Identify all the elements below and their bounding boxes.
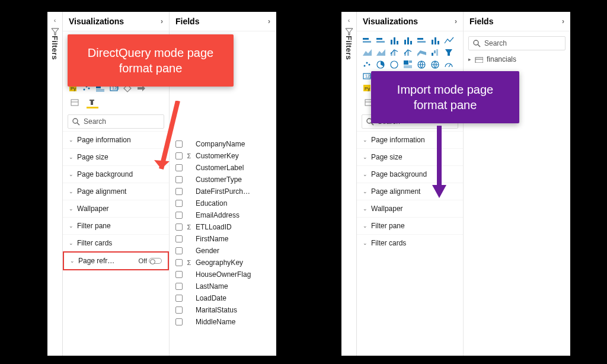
field-label: MaritalStatus <box>196 306 237 314</box>
ribbon-icon[interactable] <box>416 47 428 58</box>
fields-list: CompanyNameΣCustomerKeyCustomerLabelCust… <box>170 136 276 330</box>
search-placeholder: Search <box>484 39 507 47</box>
checkbox[interactable] <box>175 318 183 325</box>
field-label: Education <box>196 199 227 207</box>
visualizations-header[interactable]: Visualizations › <box>357 12 463 31</box>
filled-map-icon[interactable] <box>430 59 442 69</box>
field-row[interactable]: DateFirstPurch… <box>170 186 276 197</box>
area-icon[interactable] <box>362 47 373 58</box>
fields-header[interactable]: Fields › <box>170 12 276 31</box>
stacked-bar-icon[interactable] <box>362 35 373 46</box>
filters-rail[interactable]: ‹ Filters <box>341 12 357 356</box>
combo-icon[interactable] <box>389 47 401 58</box>
field-row[interactable]: EmailAddress <box>170 209 276 221</box>
field-row[interactable]: CompanyName <box>170 138 276 150</box>
format-section[interactable]: ⌄Filter pane <box>63 217 169 234</box>
treemap-icon[interactable] <box>402 59 414 69</box>
chevron-left-icon: ‹ <box>54 17 56 24</box>
chevron-down-icon: ⌄ <box>69 189 74 194</box>
checkbox[interactable] <box>175 259 183 266</box>
table-icon <box>475 56 483 63</box>
callout-arrow-icon <box>427 126 451 203</box>
format-section[interactable]: ⌄Filter cards <box>63 234 169 251</box>
checkbox[interactable] <box>175 223 183 231</box>
checkbox[interactable] <box>175 295 183 302</box>
checkbox[interactable] <box>175 283 183 290</box>
checkbox[interactable] <box>175 188 183 195</box>
page-refresh-toggle[interactable]: Off <box>139 257 162 264</box>
fields-title: Fields <box>469 17 493 26</box>
field-row[interactable]: MaritalStatus <box>170 304 276 316</box>
line-icon[interactable] <box>443 35 455 46</box>
fields-table-row[interactable]: ▸ financials <box>464 53 570 66</box>
100-bar-icon[interactable] <box>416 35 428 46</box>
fields-search[interactable]: Search <box>468 36 566 50</box>
format-section-label: Filter cards <box>77 239 112 247</box>
checkbox[interactable] <box>175 271 183 278</box>
search-placeholder: Search <box>84 117 106 126</box>
field-row[interactable]: MiddleName <box>170 316 276 328</box>
field-label: MiddleName <box>196 318 235 326</box>
table-name: financials <box>487 55 516 63</box>
chevron-down-icon: ⌄ <box>69 171 74 177</box>
format-section-label: Page information <box>77 136 131 144</box>
format-section-label: Page background <box>77 170 133 178</box>
checkbox[interactable] <box>175 306 183 314</box>
right-panel-group: ‹ Filters Visualizations › <box>341 12 570 356</box>
100-column-icon[interactable] <box>430 35 442 46</box>
combo2-icon[interactable] <box>402 47 414 58</box>
pane-tabs <box>63 94 169 110</box>
field-row[interactable]: CustomerLabel <box>170 162 276 174</box>
field-row[interactable]: FirstName <box>170 233 276 245</box>
format-section[interactable]: ⌄Page alignment <box>63 183 169 200</box>
field-label: LoadDate <box>196 294 226 302</box>
format-section[interactable]: ⌄Page size <box>63 148 169 165</box>
format-section[interactable]: ⌄Page background <box>63 165 169 183</box>
visualizations-header[interactable]: Visualizations › <box>63 12 169 31</box>
checkbox[interactable] <box>175 235 183 242</box>
field-row[interactable]: Education <box>170 197 276 209</box>
field-row[interactable]: ΣGeographyKey <box>170 257 276 269</box>
sigma-icon: Σ <box>186 223 192 231</box>
field-row[interactable]: Gender <box>170 245 276 257</box>
fields-header[interactable]: Fields › <box>464 12 570 31</box>
chevron-right-icon: › <box>161 17 163 25</box>
field-row[interactable]: CustomerType <box>170 174 276 186</box>
field-label: CustomerKey <box>196 152 239 160</box>
clustered-bar-icon[interactable] <box>375 35 387 46</box>
format-section-label: Filter cards <box>371 239 406 247</box>
field-row[interactable]: ΣETLLoadID <box>170 221 276 233</box>
format-section[interactable]: ⌄Filter pane <box>357 217 463 234</box>
field-row[interactable]: LastName <box>170 280 276 292</box>
chevron-down-icon: ⌄ <box>69 206 74 212</box>
format-section[interactable]: ⌄Page information <box>63 131 169 148</box>
stacked-area-icon[interactable] <box>375 47 387 58</box>
scatter-icon[interactable] <box>362 59 373 69</box>
gauge-icon[interactable] <box>443 59 455 69</box>
checkbox[interactable] <box>175 200 183 207</box>
checkbox[interactable] <box>175 247 183 254</box>
page-refresh-section[interactable]: ⌄ Page refr… Off <box>63 251 169 270</box>
filters-rail[interactable]: ‹ Filters <box>47 12 63 356</box>
field-label: EmailAddress <box>196 211 239 219</box>
funnel-icon[interactable] <box>443 47 455 58</box>
fields-tab[interactable] <box>69 97 81 108</box>
format-section-label: Filter pane <box>77 222 111 230</box>
field-row[interactable]: HouseOwnerFlag <box>170 269 276 280</box>
donut-icon[interactable] <box>389 59 401 69</box>
format-tab[interactable] <box>87 97 98 108</box>
pie-icon[interactable] <box>375 59 387 69</box>
callout-directquery: DirectQuery mode page format pane <box>68 34 234 87</box>
waterfall-icon[interactable] <box>430 47 442 58</box>
format-search[interactable]: Search <box>68 114 164 129</box>
field-row[interactable]: LoadDate <box>170 292 276 304</box>
format-section[interactable]: ⌄Filter cards <box>357 234 463 251</box>
map-icon[interactable] <box>416 59 428 69</box>
format-section[interactable]: ⌄Wallpaper <box>63 200 169 217</box>
chevron-down-icon: ⌄ <box>69 223 74 229</box>
clustered-column-icon[interactable] <box>389 35 401 46</box>
sigma-icon: Σ <box>186 152 192 159</box>
stacked-column-icon[interactable] <box>402 35 414 46</box>
checkbox[interactable] <box>175 212 183 219</box>
field-row[interactable]: ΣCustomerKey <box>170 150 276 162</box>
